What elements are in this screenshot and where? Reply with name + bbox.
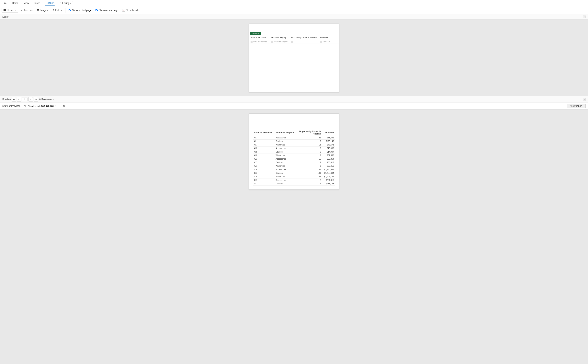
- table-row: AL Devices 16 $126,140: [253, 140, 335, 143]
- state-param-select[interactable]: AL, AR, AZ, CA, CO, CT, DC ▾: [22, 104, 61, 108]
- menu-home[interactable]: Home: [11, 1, 20, 5]
- table-row: AL Accessories 21 $63,342: [253, 136, 335, 140]
- field-chevron-icon: ▾: [61, 9, 62, 11]
- header-label: Header: [7, 9, 14, 12]
- image-icon: 🖼: [37, 9, 39, 11]
- close-header-button[interactable]: ✕ Close header: [121, 8, 141, 12]
- parameters-label: Parameters: [41, 98, 54, 101]
- toolbar-separator: [65, 8, 66, 13]
- header-chevron-icon: ▾: [15, 9, 16, 11]
- cell-count: 2: [296, 147, 322, 150]
- page-canvas: Header State or Province Product Categor…: [249, 24, 339, 92]
- table-row: AR Accessories 2 $16,030: [253, 147, 335, 150]
- nav-prev-button[interactable]: ‹: [17, 97, 21, 102]
- cell-state: AZ: [253, 161, 274, 164]
- preview-col-product: Product Category: [274, 129, 296, 136]
- header-button[interactable]: ⬛ Header ▾: [2, 8, 18, 13]
- menu-file[interactable]: File: [2, 1, 8, 5]
- editing-chevron-icon: ▾: [70, 2, 71, 4]
- editor-table-header: State or Province Product Category Oppor…: [249, 35, 339, 40]
- cell-forecast: $16,030: [322, 147, 335, 150]
- editor-section-label: Editor: [2, 15, 8, 18]
- editor-cell-forecast: Forecast: [319, 40, 339, 43]
- cell-count: 12: [296, 161, 322, 164]
- cell-count: 2: [296, 154, 322, 157]
- table-row: AZ Devices 12 $58,815: [253, 161, 335, 164]
- cell-category: Warranties: [274, 164, 296, 168]
- nav-first-button[interactable]: ⏮: [12, 97, 16, 102]
- cell-count: 15: [296, 157, 322, 161]
- menu-bar: File Home View Insert Header ✏ Editing ▾: [0, 0, 588, 6]
- cell-count: 17: [296, 178, 322, 182]
- field-button[interactable]: ⊞ Field ▾: [51, 8, 64, 13]
- preview-page: State or Province Product Category Oppor…: [249, 113, 339, 190]
- cell-state: AR: [253, 147, 274, 150]
- menu-view[interactable]: View: [23, 1, 30, 5]
- table-row: AR Warranties 2 $37,550: [253, 154, 335, 157]
- editor-toggle[interactable]: ›: [583, 15, 586, 18]
- show-last-page-label: Show on last page: [99, 9, 118, 12]
- cell-count: 13: [296, 143, 322, 147]
- editor-area: Header State or Province Product Categor…: [0, 20, 588, 96]
- col-forecast-header: Forecast: [319, 36, 339, 39]
- preview-section: Preview ⏮ ‹ › ⏭ ⊟ Parameters › State or …: [0, 96, 588, 364]
- cell-forecast: $126,140: [322, 140, 335, 143]
- field-icon-opportunity: [291, 41, 293, 43]
- cell-category: Warranties: [274, 175, 296, 178]
- table-row: CA Warranties 88 $1,109,741: [253, 175, 335, 178]
- params-bar: State or Province AL, AR, AZ, CA, CO, CT…: [0, 103, 588, 110]
- cell-category: Devices: [274, 150, 296, 154]
- preview-col-state: State or Province: [253, 129, 274, 136]
- cell-forecast: $1,258,634: [322, 171, 335, 175]
- preview-col-opportunity: Opportunity Count InPipeline: [296, 129, 322, 136]
- editor-cell-product: Product Category: [269, 40, 290, 43]
- nav-last-button[interactable]: ⏭: [33, 97, 38, 102]
- cell-category: Accessories: [274, 178, 296, 182]
- preview-nav: Preview ⏮ ‹ › ⏭ ⊟ Parameters: [2, 97, 54, 102]
- cell-category: Devices: [274, 161, 296, 164]
- textbox-label: Text box: [24, 9, 33, 12]
- image-button[interactable]: 🖼 Image ▾: [35, 8, 50, 13]
- cell-forecast: $58,364: [322, 157, 335, 161]
- table-row: CO Devices 12 $155,123: [253, 182, 335, 186]
- preview-top-space: [253, 118, 335, 129]
- show-first-page-checkbox[interactable]: [69, 9, 71, 11]
- cell-state: CA: [253, 168, 274, 171]
- editing-badge[interactable]: ✏ Editing ▾: [58, 1, 73, 5]
- cell-state: AL: [253, 140, 274, 143]
- cell-state: AZ: [253, 164, 274, 168]
- cell-category: Accessories: [274, 147, 296, 150]
- view-report-button[interactable]: View report: [567, 104, 586, 108]
- cell-state: AL: [253, 143, 274, 147]
- state-param-chevron-icon: ▾: [55, 105, 56, 107]
- menu-insert[interactable]: Insert: [33, 1, 41, 5]
- show-last-page-group: Show on last page: [94, 8, 120, 12]
- textbox-button[interactable]: A Text box: [19, 8, 34, 13]
- header-tab-label: Header: [250, 32, 261, 35]
- show-last-page-checkbox[interactable]: [95, 9, 98, 11]
- cell-state: CA: [253, 171, 274, 175]
- menu-header[interactable]: Header: [45, 1, 55, 6]
- col-product-header: Product Category: [269, 36, 290, 39]
- field-icon: ⊞: [53, 9, 54, 11]
- cell-state: AL: [253, 136, 274, 140]
- page-number-input[interactable]: [22, 98, 28, 101]
- cell-forecast: $1,109,741: [322, 175, 335, 178]
- nav-next-button[interactable]: ›: [28, 97, 33, 102]
- editor-cell-opportunity: [290, 40, 319, 43]
- preview-toggle[interactable]: ›: [583, 98, 586, 101]
- field-icon-forecast: [320, 41, 322, 43]
- funnel-icon: ⊟: [39, 98, 41, 101]
- preview-data-table: State or Province Product Category Oppor…: [253, 129, 335, 186]
- cell-state: AZ: [253, 157, 274, 161]
- cell-category: Accessories: [274, 136, 296, 140]
- preview-section-label: Preview: [2, 98, 11, 101]
- cell-category: Warranties: [274, 154, 296, 157]
- col-opportunity-header: Opportunity Count In Pipeline: [290, 36, 319, 39]
- cell-forecast: $1,380,954: [322, 168, 335, 171]
- cell-state: AR: [253, 154, 274, 157]
- preview-content: State or Province Product Category Oppor…: [0, 110, 588, 364]
- parameters-button[interactable]: ⊟ Parameters: [39, 98, 54, 101]
- state-param-clear-button[interactable]: ✕: [63, 105, 65, 107]
- editor-data-row: State or Province Product Category Forec…: [249, 40, 339, 44]
